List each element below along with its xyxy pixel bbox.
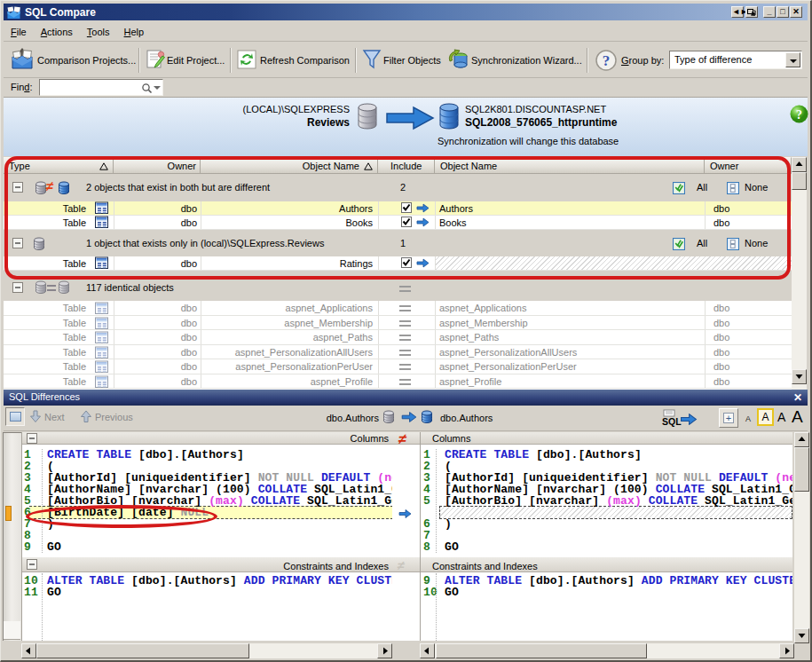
svg-text:SQL: SQL <box>662 416 682 427</box>
svg-text:?: ? <box>603 52 611 69</box>
svg-text:?: ? <box>796 108 802 122</box>
